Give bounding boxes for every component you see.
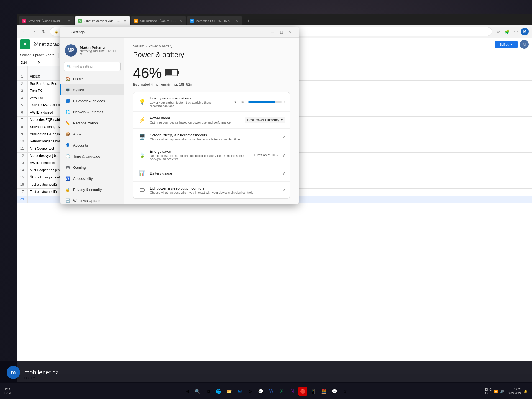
weather-condition: Déšť: [4, 391, 11, 395]
sidebar-item-apps[interactable]: 📦 Apps: [60, 129, 124, 140]
power-desc: Optimize your device based on power use …: [150, 121, 245, 124]
user-avatar-sheets[interactable]: M: [520, 40, 529, 49]
lid-chevron: ∨: [282, 188, 285, 192]
forward-button[interactable]: →: [30, 28, 38, 35]
browser-tab-3[interactable]: a administrace | Články | Editor ✕: [131, 16, 186, 25]
mobilenet-bar: m mobilenet.cz: [0, 361, 532, 383]
sidebar-item-windows-update[interactable]: 🔄 Windows Update: [60, 195, 124, 204]
battery-time-value: 10h 52min: [179, 82, 197, 86]
settings-taskbar-button[interactable]: ⚙: [246, 387, 255, 396]
more-button[interactable]: ⋯: [512, 28, 520, 35]
sidebar-item-gaming[interactable]: 🎮 Gaming: [60, 162, 124, 173]
sidebar-label-privacy: Privacy & security: [73, 188, 102, 192]
edge-button[interactable]: 🌐: [214, 387, 223, 396]
sidebar-item-privacy[interactable]: 🔒 Privacy & security: [60, 184, 124, 195]
calculator-button[interactable]: 🧮: [319, 387, 328, 396]
user-email: pultzner@WINDOWSLIVE.COM: [80, 50, 119, 56]
home-icon: 🏠: [65, 76, 70, 81]
app-red-button[interactable]: 🔴: [298, 387, 307, 396]
sheets-toolbar-right: Sdílet ▼ M: [495, 40, 529, 49]
taskview-button[interactable]: ⧉: [204, 387, 213, 396]
extension-button[interactable]: 🧩: [503, 28, 511, 35]
sidebar-item-accessibility[interactable]: ♿ Accessibility: [60, 173, 124, 184]
taskbar-right: ENGCS 📶 🔊 22:20 10.09.2024 🔔: [485, 387, 528, 395]
notification-icon[interactable]: 🔔: [524, 390, 528, 393]
setting-energy-recommendations[interactable]: 💡 Energy recommendations Lower your carb…: [133, 92, 290, 112]
onenote-button[interactable]: N: [288, 387, 297, 396]
minimize-button[interactable]: ─: [269, 28, 277, 36]
cell-ref[interactable]: D24: [19, 60, 35, 65]
back-button[interactable]: ←: [20, 28, 28, 35]
outlook-button[interactable]: ✉: [235, 387, 244, 396]
settings-window: ← Settings ─ □ ✕ MP Martin Pultzner pult…: [60, 27, 299, 204]
tab-close-4[interactable]: ✕: [235, 18, 239, 23]
tab-close-1[interactable]: ✕: [67, 18, 71, 23]
close-button[interactable]: ✕: [287, 28, 294, 36]
setting-text-battery-usage: Battery usage: [150, 171, 280, 175]
accessibility-icon: ♿: [65, 176, 70, 181]
word-button[interactable]: W: [267, 387, 276, 396]
maximize-button[interactable]: □: [278, 28, 285, 36]
excel-button[interactable]: X: [277, 387, 286, 396]
new-tab-button[interactable]: +: [244, 17, 253, 25]
screen-sleep-icon: 🖥️: [138, 132, 147, 141]
breadcrumb-separator: ›: [146, 44, 147, 48]
toolbar-soubor[interactable]: Soubor: [20, 53, 31, 57]
search-button[interactable]: 🔍: [193, 387, 202, 396]
energy-chevron: ›: [284, 100, 285, 104]
sidebar-item-system[interactable]: 💻 System: [60, 84, 124, 95]
explorer-button[interactable]: 📂: [225, 387, 234, 396]
saver-chevron: ∨: [282, 153, 285, 157]
sidebar-item-network[interactable]: 🌐 Network & internet: [60, 106, 124, 117]
search-icon: 🔍: [67, 65, 71, 68]
energy-progress-fill: [248, 101, 275, 103]
setting-screen-sleep[interactable]: 🖥️ Screen, sleep, & hibernate timeouts C…: [133, 129, 290, 145]
svg-rect-1: [166, 70, 172, 75]
lid-desc: Choose what happens when you interact wi…: [150, 191, 280, 194]
phone-button[interactable]: 📱: [309, 387, 318, 396]
battery-icon: [165, 67, 180, 79]
search-placeholder: Find a setting: [73, 65, 93, 68]
power-mode-dropdown[interactable]: Best Power Efficiency ▾: [245, 117, 285, 123]
power-mode-icon: ⚡: [138, 116, 147, 124]
header-row-num: [17, 66, 28, 73]
tab-close-2[interactable]: ✕: [123, 18, 127, 23]
browser-tabs: S Srovnání: Škoda Enyaq (2020) 85... ✕ G…: [17, 14, 532, 25]
setting-power-mode[interactable]: ⚡ Power mode Optimize your device based …: [133, 112, 290, 129]
screen-chevron: ∨: [282, 135, 285, 139]
sidebar-item-bluetooth[interactable]: 🔵 Bluetooth & devices: [60, 95, 124, 106]
settings-title: Settings: [71, 30, 85, 34]
system-icon: 💻: [65, 87, 70, 93]
bookmark-button[interactable]: ☆: [494, 28, 502, 35]
sidebar-item-home[interactable]: 🏠 Home: [60, 73, 124, 84]
battery-usage-label: Battery usage: [150, 171, 280, 175]
sidebar-item-time[interactable]: 🕐 Time & language: [60, 151, 124, 162]
gear2-button[interactable]: ⚙: [341, 387, 349, 396]
teams-button[interactable]: 💬: [256, 387, 265, 396]
browser-tab-1[interactable]: S Srovnání: Škoda Enyaq (2020) 85... ✕: [19, 16, 74, 25]
setting-battery-usage[interactable]: 📊 Battery usage ∨: [133, 165, 290, 182]
settings-sidebar: MP Martin Pultzner pultzner@WINDOWSLIVE.…: [60, 38, 124, 204]
refresh-button[interactable]: ↻: [40, 28, 48, 35]
browser-tab-2[interactable]: G 24net zpracování videi - Tabulky ✕: [75, 16, 130, 25]
toolbar-zobra[interactable]: Zobra: [46, 53, 54, 57]
setting-lid-power[interactable]: Lid, power & sleep button controls Choos…: [133, 182, 290, 198]
profile-button[interactable]: M: [521, 28, 529, 35]
messenger-button[interactable]: 💬: [330, 387, 339, 396]
browser-tab-4[interactable]: M Mercedes-EQE-350 4MATIC (202... ✕: [187, 16, 242, 25]
mobilenet-logo-letter: m: [11, 369, 16, 376]
setting-energy-saver[interactable]: 🍃 Energy saver Reduce power consumption …: [133, 145, 290, 165]
screen-label: Screen, sleep, & hibernate timeouts: [150, 133, 280, 137]
sidebar-item-personalization[interactable]: ✏️ Personalization: [60, 117, 124, 129]
toolbar-upravit[interactable]: Upravit: [33, 53, 44, 57]
share-button[interactable]: Sdílet ▼: [495, 41, 518, 48]
power-mode-value: Best Power Efficiency: [247, 118, 279, 122]
tab-close-3[interactable]: ✕: [179, 18, 183, 23]
accounts-icon: 👤: [65, 142, 70, 148]
start-button[interactable]: ⊞: [183, 387, 191, 396]
sidebar-label-network: Network & internet: [73, 110, 103, 114]
taskbar: 12°C Déšť ⊞ 🔍 ⧉ 🌐 📂 ✉ ⚙ 💬 W X N 🔴 📱 🧮 💬 …: [0, 383, 532, 399]
settings-search[interactable]: 🔍 Find a setting: [64, 62, 121, 71]
weather-display: 12°C Déšť: [4, 387, 11, 395]
sidebar-item-accounts[interactable]: 👤 Accounts: [60, 140, 124, 151]
